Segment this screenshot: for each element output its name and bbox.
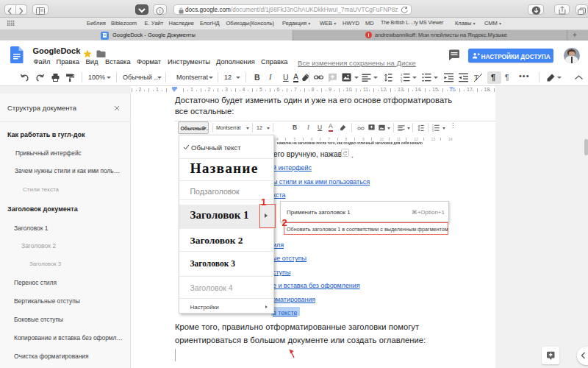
svg-text:i: i — [159, 7, 160, 14]
svg-text:3: 3 — [401, 79, 403, 82]
svg-text:3: 3 — [432, 130, 434, 132]
